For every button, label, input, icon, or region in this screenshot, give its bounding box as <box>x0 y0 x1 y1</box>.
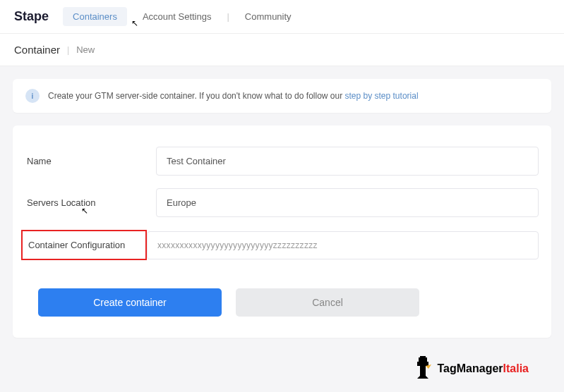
form-card: Name Servers Location Container Configur… <box>13 125 551 338</box>
name-input[interactable] <box>156 147 539 176</box>
nav-containers[interactable]: Containers <box>63 7 127 26</box>
location-row: Servers Location <box>25 188 539 217</box>
top-header: Stape Containers Account Settings | Comm… <box>0 0 564 34</box>
nav-separator: | <box>227 11 229 22</box>
config-row: Container Configuration <box>25 230 539 260</box>
name-label: Name <box>25 156 156 166</box>
breadcrumb: Container | New <box>0 34 564 66</box>
config-label: Container Configuration <box>21 230 147 260</box>
config-input[interactable] <box>147 231 539 259</box>
location-label: Servers Location <box>25 197 156 208</box>
nav-account-settings[interactable]: Account Settings <box>133 7 222 26</box>
footer-brand: TagManagerItalia <box>413 356 529 381</box>
main-nav: Containers Account Settings | Community <box>63 7 301 26</box>
cancel-button[interactable]: Cancel <box>236 288 419 317</box>
breadcrumb-separator: | <box>67 45 69 55</box>
location-input[interactable] <box>156 188 539 217</box>
info-banner: i Create your GTM server-side container.… <box>13 79 551 113</box>
info-text: Create your GTM server-side container. I… <box>48 91 419 101</box>
create-container-button[interactable]: Create container <box>38 288 222 317</box>
info-icon: i <box>25 89 40 103</box>
bird-icon <box>413 356 433 381</box>
content-area: i Create your GTM server-side container.… <box>0 66 564 350</box>
logo: Stape <box>14 9 49 24</box>
svg-rect-1 <box>420 356 426 357</box>
breadcrumb-new: New <box>76 44 95 55</box>
nav-community[interactable]: Community <box>235 7 301 26</box>
tutorial-link[interactable]: step by step tutorial <box>345 91 419 101</box>
name-row: Name <box>25 147 539 176</box>
svg-rect-0 <box>419 357 427 360</box>
breadcrumb-container: Container <box>14 44 60 56</box>
button-row: Create container Cancel <box>25 288 539 317</box>
